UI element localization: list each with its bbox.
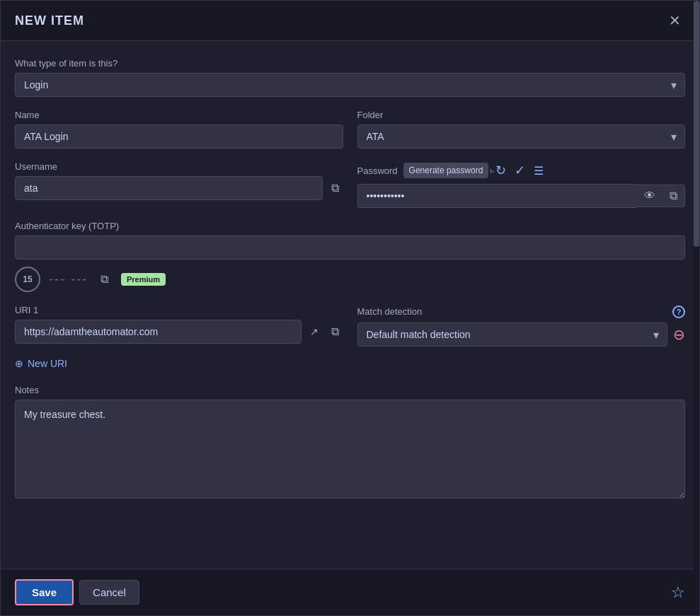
name-folder-row: Name Folder ATA No Folder <box>15 110 685 149</box>
username-input-row: ⧉ <box>15 176 343 200</box>
new-uri-label: New URI <box>28 358 67 369</box>
password-field-row: 👁 ⧉ <box>357 184 686 208</box>
uri-copy-button[interactable]: ⧉ <box>327 321 343 342</box>
folder-select[interactable]: ATA No Folder <box>357 124 686 149</box>
copy-icon: ⧉ <box>101 273 108 286</box>
modal-title: NEW ITEM <box>15 13 84 28</box>
copy-icon: ⧉ <box>331 182 339 194</box>
password-history-button[interactable]: ☰ <box>532 163 545 179</box>
match-detection-select[interactable]: Default match detection Base domain Host… <box>357 322 668 347</box>
uri-input[interactable] <box>15 320 302 344</box>
copy-icon: ⧉ <box>670 190 677 202</box>
password-header: Password Generate password ↻ ✓ ☰ <box>357 161 686 180</box>
match-detection-select-wrapper: Default match detection Base domain Host… <box>357 322 668 347</box>
generate-password-tooltip: Generate password <box>403 163 489 178</box>
match-detection-info-button[interactable]: ? <box>672 305 685 318</box>
item-type-select-wrapper: Login Secure Note Card Identity <box>15 73 685 97</box>
uri-input-row: ↗ ⧉ <box>15 320 343 344</box>
cancel-button[interactable]: Cancel <box>79 580 139 605</box>
item-type-label: What type of item is this? <box>15 58 685 69</box>
name-input[interactable] <box>15 124 343 149</box>
item-type-select[interactable]: Login Secure Note Card Identity <box>15 73 685 97</box>
close-button[interactable]: ✕ <box>665 12 685 29</box>
totp-input-row <box>15 236 685 260</box>
totp-status-row: 15 --- --- ⧉ Premium <box>15 267 685 292</box>
favorite-button[interactable]: ☆ <box>671 583 685 602</box>
remove-icon: ⊖ <box>673 326 685 343</box>
notes-textarea[interactable]: My treasure chest. <box>15 400 685 499</box>
uri-external-link-button[interactable]: ↗ <box>306 322 323 342</box>
add-uri-icon: ⊕ <box>15 358 23 369</box>
check-password-button[interactable]: ✓ <box>513 161 527 180</box>
external-link-icon: ↗ <box>310 326 319 337</box>
modal-header: NEW ITEM ✕ <box>1 1 699 41</box>
username-section: Username ⧉ <box>15 161 343 208</box>
scrollbar-track[interactable] <box>694 1 699 615</box>
modal-body: What type of item is this? Login Secure … <box>1 41 699 569</box>
totp-input[interactable] <box>15 236 685 260</box>
notes-label: Notes <box>15 385 685 395</box>
totp-label: Authenticator key (TOTP) <box>15 221 685 231</box>
premium-badge: Premium <box>121 273 166 286</box>
match-select-row: Default match detection Base domain Host… <box>357 322 686 347</box>
folder-select-wrapper: ATA No Folder <box>357 124 686 149</box>
uri-left: URI 1 ↗ ⧉ <box>15 305 343 344</box>
password-visibility-button[interactable]: 👁 <box>637 185 662 207</box>
item-type-section: What type of item is this? Login Secure … <box>15 58 685 97</box>
generate-password-button[interactable]: ↻ <box>494 161 507 180</box>
totp-code-dashes: --- --- <box>49 272 88 287</box>
uri-label: URI 1 <box>15 305 38 315</box>
username-password-row: Username ⧉ Password Generate password ↻ … <box>15 161 685 208</box>
uri-match-row: URI 1 ↗ ⧉ Match detecti <box>15 305 685 347</box>
password-copy-button[interactable]: ⧉ <box>662 185 685 207</box>
footer-actions: Save Cancel <box>15 579 139 605</box>
totp-copy-button[interactable]: ⧉ <box>96 269 113 290</box>
copy-icon: ⧉ <box>331 325 339 338</box>
folder-label: Folder <box>357 110 686 120</box>
username-copy-button[interactable]: ⧉ <box>327 178 343 199</box>
totp-section: Authenticator key (TOTP) 15 --- --- ⧉ Pr… <box>15 221 685 292</box>
uri-section: URI 1 ↗ ⧉ Match detecti <box>15 305 685 372</box>
name-section: Name <box>15 110 343 149</box>
new-item-modal: NEW ITEM ✕ What type of item is this? Lo… <box>0 0 700 616</box>
password-input[interactable] <box>357 184 638 208</box>
modal-footer: Save Cancel ☆ <box>1 569 699 615</box>
name-label: Name <box>15 110 343 120</box>
match-label-row: Match detection ? <box>357 305 686 318</box>
eye-icon: 👁 <box>644 190 655 202</box>
password-label: Password <box>357 165 398 176</box>
folder-section: Folder ATA No Folder <box>357 110 686 149</box>
uri-right: Match detection ? Default match detectio… <box>357 305 686 347</box>
totp-timer-circle: 15 <box>15 267 40 292</box>
username-label: Username <box>15 161 343 172</box>
remove-uri-button[interactable]: ⊖ <box>673 326 685 343</box>
save-button[interactable]: Save <box>15 579 74 605</box>
notes-section: Notes My treasure chest. <box>15 385 685 501</box>
match-detection-label: Match detection <box>357 306 423 317</box>
new-uri-button[interactable]: ⊕ New URI <box>15 355 67 372</box>
info-icon: ? <box>672 306 685 318</box>
scrollbar-thumb[interactable] <box>694 1 699 247</box>
password-section: Password Generate password ↻ ✓ ☰ 👁 ⧉ <box>357 161 686 208</box>
uri-label-row: URI 1 <box>15 305 343 315</box>
username-input[interactable] <box>15 176 323 200</box>
